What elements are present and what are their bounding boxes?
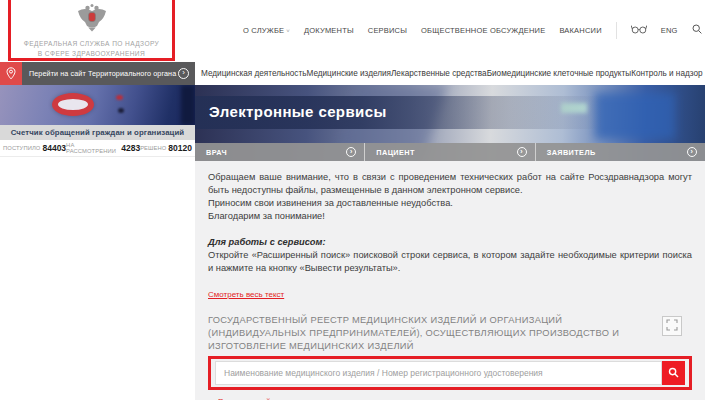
chevron-right-circle-icon: › — [687, 147, 697, 157]
tab-applicant[interactable]: ЗАЯВИТЕЛЬ › — [536, 143, 705, 161]
counter-stats: ПОСТУПИЛО 84403 НА РАССМОТРЕНИИ 4283 РЕШ… — [0, 140, 195, 157]
nav-item-about[interactable]: О СЛУЖБЕ˅ — [243, 26, 290, 35]
registry-section: ГОСУДАРСТВЕННЫЙ РЕЕСТР МЕДИЦИНСКИХ ИЗДЕЛ… — [208, 314, 692, 400]
registry-search-input[interactable] — [215, 361, 662, 385]
registry-search-button[interactable] — [662, 361, 685, 385]
subnav-medical-devices[interactable]: Медицинские изделия — [306, 69, 391, 78]
audience-tabs: ВРАЧ › ПАЦИЕНТ › ЗАЯВИТЕЛЬ › — [195, 143, 705, 161]
territorial-site-bar[interactable]: Перейти на сайт Территориального органа … — [0, 62, 195, 85]
accessibility-glasses-icon[interactable] — [631, 24, 647, 36]
notice-thanks: Благодарим за понимание! — [208, 210, 692, 223]
language-toggle[interactable]: ENG — [661, 26, 678, 35]
subnav-control[interactable]: Контроль и надзор — [631, 69, 702, 78]
sidebar-photo — [0, 85, 195, 125]
expand-corners-icon — [666, 317, 678, 335]
chevron-right-circle-icon: › — [346, 147, 356, 157]
nav-item-vacancies[interactable]: ВАКАНСИИ — [559, 26, 601, 35]
territorial-bar-label: Перейти на сайт Территориального органа — [29, 69, 178, 78]
highlight-logo-box: ФЕДЕРАЛЬНАЯ СЛУЖБА ПО НАДЗОРУ В СФЕРЕ ЗД… — [8, 0, 175, 61]
magnifier-icon — [668, 366, 679, 381]
divider — [616, 22, 617, 39]
top-navigation: О СЛУЖБЕ˅ ДОКУМЕНТЫ СЕРВИСЫ ОБЩЕСТВЕННОЕ… — [243, 20, 705, 40]
stat-in-review: НА РАССМОТРЕНИИ 4283 — [66, 142, 140, 154]
search-icon[interactable] — [692, 24, 702, 36]
subnav-medicines[interactable]: Лекарственные средства — [391, 69, 487, 78]
subnav-medical-activity[interactable]: Медицинская деятельность — [201, 69, 306, 78]
nav-item-documents[interactable]: ДОКУМЕНТЫ — [304, 26, 354, 35]
emblem-eagle-icon — [75, 19, 109, 36]
registry-title: ГОСУДАРСТВЕННЫЙ РЕЕСТР МЕДИЦИНСКИХ ИЗДЕЛ… — [208, 314, 640, 353]
tab-doctor[interactable]: ВРАЧ › — [195, 143, 365, 161]
nav-item-public-discussion[interactable]: ОБЩЕСТВЕННОЕ ОБСУЖДЕНИЕ — [421, 26, 545, 35]
counter-title: Счетчик обращений граждан и организаций — [0, 125, 195, 140]
fullscreen-expand-button[interactable] — [662, 316, 682, 336]
tab-patient[interactable]: ПАЦИЕНТ › — [365, 143, 535, 161]
page-title: Электронные сервисы — [209, 103, 387, 120]
chevron-right-circle-icon: › — [178, 68, 189, 79]
logo-title: ФЕДЕРАЛЬНАЯ СЛУЖБА ПО НАДЗОРУ В СФЕРЕ ЗД… — [11, 39, 172, 59]
site-logo[interactable]: ФЕДЕРАЛЬНАЯ СЛУЖБА ПО НАДЗОРУ В СФЕРЕ ЗД… — [11, 0, 172, 58]
notice-paragraph: Обращаем ваше внимание, что в связи с пр… — [208, 171, 692, 197]
stat-resolved: РЕШЕНО 80120 — [140, 143, 192, 153]
main-content: Обращаем ваше внимание, что в связи с пр… — [195, 161, 705, 400]
device-logo-shape — [52, 93, 94, 116]
location-pin-icon — [0, 62, 22, 85]
stat-received: ПОСТУПИЛО 84403 — [3, 143, 66, 153]
highlight-search-box — [208, 356, 692, 390]
see-full-text-link[interactable]: Смотреть весь текст — [208, 290, 284, 299]
chevron-right-circle-icon: › — [517, 147, 527, 157]
caret-down-icon: ˅ — [286, 28, 290, 34]
nav-item-services[interactable]: СЕРВИСЫ — [368, 26, 407, 35]
section-navigation: Медицинская деятельность Медицинские изд… — [195, 62, 705, 85]
howto-heading: Для работы с сервисом: — [208, 236, 692, 249]
howto-body: Откройте «Расширенный поиск» поисковой с… — [208, 249, 692, 275]
subnav-biomedical-products[interactable]: Биомедицинские клеточные продукты — [487, 69, 632, 78]
appeals-counter: Счетчик обращений граждан и организаций … — [0, 125, 195, 157]
hero-banner: Электронные сервисы ВРАЧ › ПАЦИЕНТ › ЗАЯ… — [195, 85, 705, 161]
notice-apology: Приносим свои извинения за доставленные … — [208, 197, 692, 210]
